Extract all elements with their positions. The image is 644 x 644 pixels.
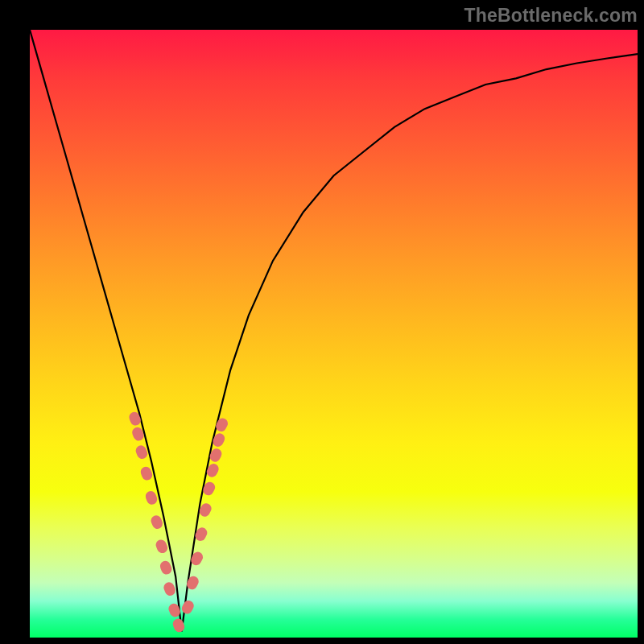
plot-area: [30, 30, 638, 638]
bead-marker: [139, 465, 154, 482]
bead-marker: [180, 599, 196, 616]
bead-marker: [162, 580, 176, 597]
bead-marker: [211, 431, 226, 448]
chart-frame: TheBottleneck.com: [0, 0, 644, 644]
bead-marker: [155, 538, 169, 555]
bottleneck-curve: [30, 30, 638, 631]
watermark-text: TheBottleneck.com: [464, 5, 638, 27]
bead-marker: [159, 559, 173, 576]
bead-marker: [150, 514, 164, 530]
bead-marker: [214, 416, 229, 433]
curve-layer: [30, 30, 638, 638]
bead-marker: [144, 489, 159, 506]
